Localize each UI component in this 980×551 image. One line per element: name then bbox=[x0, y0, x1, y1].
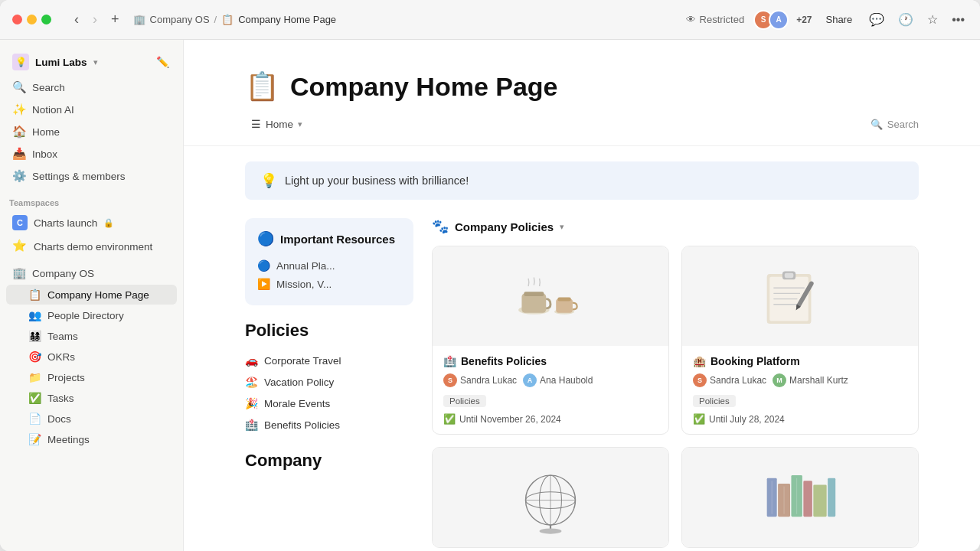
sidebar-item-okrs[interactable]: 🎯 OKRs bbox=[6, 347, 177, 367]
corporate-travel-label: Corporate Travel bbox=[264, 355, 341, 367]
sidebar-item-people-directory[interactable]: 👥 People Directory bbox=[6, 305, 177, 325]
company-policies-icon: 🐾 bbox=[432, 218, 449, 235]
policies-section: Policies 🚗 Corporate Travel 🏖️ Vacation … bbox=[245, 321, 413, 435]
author-sandra: S Sandra Lukac bbox=[443, 373, 517, 387]
company-section: Company bbox=[245, 451, 413, 471]
search-icon: 🔍 bbox=[871, 119, 883, 130]
notion-ai-label: Notion AI bbox=[32, 104, 74, 116]
close-button[interactable] bbox=[12, 15, 22, 24]
avatar-count: +27 bbox=[796, 15, 812, 25]
benefits-card-title: Benefits Policies bbox=[461, 355, 547, 367]
svg-rect-2 bbox=[524, 292, 544, 296]
history-button[interactable]: 🕐 bbox=[895, 9, 916, 30]
company-os-label: Company OS bbox=[32, 268, 94, 279]
marshall-avatar: M bbox=[773, 373, 786, 387]
annual-plan-link[interactable]: 🔵 Annual Pla... bbox=[257, 256, 401, 275]
sidebar-item-tasks[interactable]: ✅ Tasks bbox=[6, 388, 177, 408]
current-page-breadcrumb: Company Home Page bbox=[238, 14, 336, 25]
settings-icon: ⚙️ bbox=[12, 169, 26, 183]
workspace-icon: 💡 bbox=[12, 54, 29, 70]
sidebar-item-company-os[interactable]: 🏢 Company OS bbox=[6, 262, 177, 284]
view-tab-label: Home bbox=[266, 119, 293, 130]
search-label: Search bbox=[32, 82, 65, 93]
sidebar-item-meetings[interactable]: 📝 Meetings bbox=[6, 429, 177, 449]
teamspaces-section-label: Teamspaces bbox=[0, 191, 183, 210]
benefits-due-row: ✅ Until November 26, 2024 bbox=[443, 413, 658, 425]
sidebar-item-home[interactable]: 🏠 Home bbox=[6, 121, 177, 142]
benefits-label: Benefits Policies bbox=[264, 419, 340, 431]
workspace-header[interactable]: 💡 Lumi Labs ▾ ✏️ bbox=[6, 49, 177, 75]
eye-icon: 👁 bbox=[686, 14, 696, 25]
share-button[interactable]: Share bbox=[819, 11, 858, 28]
ana-avatar: A bbox=[523, 373, 537, 387]
workspace-breadcrumb-label[interactable]: Company OS bbox=[150, 14, 210, 25]
booking-card-icon: 🏨 bbox=[693, 355, 706, 367]
fullscreen-button[interactable] bbox=[41, 15, 51, 24]
edit-workspace-button[interactable]: ✏️ bbox=[155, 54, 171, 70]
right-column: 🐾 Company Policies ▾ bbox=[432, 218, 919, 548]
corporate-travel-link[interactable]: 🚗 Corporate Travel bbox=[245, 350, 413, 371]
booking-platform-card[interactable]: 🏨 Booking Platform S Sandra Lukac bbox=[681, 246, 919, 435]
benefits-title-row: 🏥 Benefits Policies bbox=[443, 355, 658, 367]
forward-button[interactable]: › bbox=[88, 8, 102, 31]
view-bar: ☰ Home ▾ 🔍 Search bbox=[184, 115, 980, 146]
content-area: 📋 Company Home Page ☰ Home ▾ 🔍 Search 💡 bbox=[184, 40, 980, 551]
vacation-policy-link[interactable]: 🏖️ Vacation Policy bbox=[245, 371, 413, 393]
traffic-lights bbox=[12, 15, 51, 24]
teamspace-charts-demo[interactable]: ⭐ Charts demo environment bbox=[6, 235, 177, 258]
page-header: 📋 Company Home Page bbox=[184, 40, 980, 115]
teams-icon: 👨‍👩‍👧‍👦 bbox=[28, 330, 41, 342]
booking-illustration bbox=[682, 246, 918, 346]
new-tab-button[interactable]: + bbox=[106, 8, 124, 31]
favorite-button[interactable]: ☆ bbox=[924, 9, 941, 30]
ana-name: Ana Haubold bbox=[540, 375, 593, 386]
important-resources-card: 🔵 Important Resources 🔵 Annual Pla... ▶️… bbox=[245, 218, 413, 305]
sidebar-item-search[interactable]: 🔍 Search bbox=[6, 77, 177, 98]
booking-due-check-icon: ✅ bbox=[693, 413, 705, 425]
two-column-layout: 🔵 Important Resources 🔵 Annual Pla... ▶️… bbox=[245, 218, 919, 548]
books-card[interactable] bbox=[681, 447, 919, 548]
policy-cards-grid: 🏥 Benefits Policies S Sandra Lukac bbox=[432, 246, 919, 548]
avatar-2: A bbox=[769, 10, 789, 30]
company-home-icon: 📋 bbox=[28, 289, 41, 301]
comment-button[interactable]: 💬 bbox=[866, 9, 887, 30]
restricted-label: Restricted bbox=[700, 14, 745, 25]
benefits-policies-card[interactable]: 🏥 Benefits Policies S Sandra Lukac bbox=[432, 246, 669, 435]
global-card[interactable] bbox=[432, 447, 669, 548]
teamspace-charts-launch[interactable]: C Charts launch 🔒 bbox=[6, 211, 177, 234]
books-illustration bbox=[682, 448, 918, 547]
minimize-button[interactable] bbox=[27, 15, 37, 24]
booking-tag-row: Policies bbox=[693, 393, 907, 407]
sandra-avatar: S bbox=[443, 373, 457, 387]
more-options-button[interactable]: ••• bbox=[949, 10, 968, 30]
morale-events-link[interactable]: 🎉 Morale Events bbox=[245, 393, 413, 414]
titlebar: ‹ › + 🏢 Company OS / 📋 Company Home Page… bbox=[0, 0, 980, 40]
left-column: 🔵 Important Resources 🔵 Annual Pla... ▶️… bbox=[245, 218, 413, 548]
sidebar-item-projects[interactable]: 📁 Projects bbox=[6, 367, 177, 387]
back-button[interactable]: ‹ bbox=[70, 8, 83, 31]
star-icon: ⭐ bbox=[12, 239, 28, 254]
svg-rect-5 bbox=[557, 297, 570, 301]
sidebar-item-inbox[interactable]: 📥 Inbox bbox=[6, 143, 177, 165]
benefits-policies-link[interactable]: 🏥 Benefits Policies bbox=[245, 414, 413, 435]
vacation-label: Vacation Policy bbox=[264, 377, 334, 388]
resources-icon: 🔵 bbox=[257, 230, 274, 247]
home-icon: 🏠 bbox=[12, 125, 26, 139]
restricted-badge[interactable]: 👁 Restricted bbox=[686, 14, 745, 25]
sidebar-item-settings[interactable]: ⚙️ Settings & members bbox=[6, 165, 177, 187]
marshall-name: Marshall Kurtz bbox=[789, 375, 848, 386]
company-policies-chevron-icon[interactable]: ▾ bbox=[560, 222, 564, 232]
morale-label: Morale Events bbox=[264, 398, 330, 409]
sidebar-item-company-home[interactable]: 📋 Company Home Page bbox=[6, 285, 177, 305]
booking-card-body: 🏨 Booking Platform S Sandra Lukac bbox=[682, 346, 918, 434]
company-home-label: Company Home Page bbox=[47, 289, 149, 301]
sidebar-item-teams[interactable]: 👨‍👩‍👧‍👦 Teams bbox=[6, 326, 177, 346]
mission-link[interactable]: ▶️ Mission, V... bbox=[257, 275, 401, 293]
benefits-authors: S Sandra Lukac A Ana Haubold bbox=[443, 373, 658, 387]
view-search[interactable]: 🔍 Search bbox=[871, 119, 919, 130]
sidebar-item-docs[interactable]: 📄 Docs bbox=[6, 409, 177, 429]
sidebar-item-notion-ai[interactable]: ✨ Notion AI bbox=[6, 99, 177, 120]
annual-plan-label: Annual Pla... bbox=[276, 260, 335, 272]
home-view-tab[interactable]: ☰ Home ▾ bbox=[245, 115, 309, 133]
benefits-tag-row: Policies bbox=[443, 393, 658, 407]
